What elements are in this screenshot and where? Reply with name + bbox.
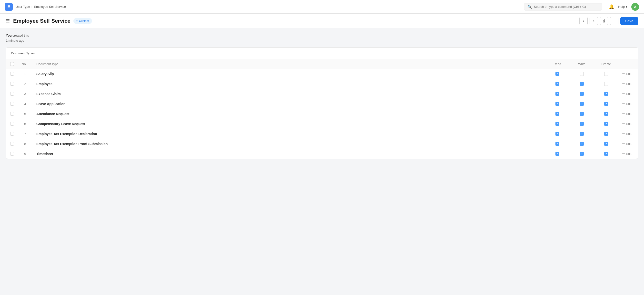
row-edit-button-8[interactable]: ✏ Edit (622, 142, 634, 146)
row-write-checkbox-1[interactable] (580, 72, 584, 76)
row-read-checkbox-5[interactable] (556, 112, 559, 116)
table-header-row: No. Document Type Read Write Create (6, 59, 638, 69)
prev-button[interactable]: ‹ (579, 17, 588, 25)
row-edit-button-5[interactable]: ✏ Edit (622, 112, 634, 116)
col-write: Write (570, 59, 594, 69)
created-text: created this (12, 34, 29, 37)
row-select-checkbox-2[interactable] (10, 82, 14, 86)
edit-icon: ✏ (622, 72, 625, 76)
row-edit-button-1[interactable]: ✏ Edit (622, 72, 634, 76)
custom-badge: Custom (74, 18, 92, 24)
search-box[interactable]: 🔍 (524, 3, 602, 10)
row-edit-button-3[interactable]: ✏ Edit (622, 92, 634, 96)
row-create-checkbox-8[interactable] (604, 142, 608, 146)
row-write-checkbox-8[interactable] (580, 142, 584, 146)
row-document-type: Compensatory Leave Request (32, 119, 545, 129)
topnav: E User Type › Employee Self Service 🔍 🔔 … (0, 0, 644, 14)
breadcrumb-user-type[interactable]: User Type (16, 5, 30, 8)
row-create-checkbox-6[interactable] (604, 122, 608, 126)
help-button[interactable]: Help ▾ (618, 5, 628, 8)
created-info: You created this 1 minute ago (6, 33, 638, 43)
row-select-checkbox-4[interactable] (10, 102, 14, 106)
table-row: 2Employee✏ Edit (6, 79, 638, 89)
avatar[interactable]: A (631, 3, 639, 11)
edit-icon: ✏ (622, 152, 625, 156)
row-edit-button-4[interactable]: ✏ Edit (622, 102, 634, 106)
row-select-checkbox-1[interactable] (10, 72, 14, 76)
table-body: 1Salary Slip✏ Edit2Employee✏ Edit3Expens… (6, 69, 638, 159)
next-button[interactable]: › (590, 17, 598, 25)
col-create: Create (594, 59, 618, 69)
col-read: Read (545, 59, 570, 69)
row-create-checkbox-2[interactable] (604, 82, 608, 86)
row-write-checkbox-6[interactable] (580, 122, 584, 126)
row-edit-button-9[interactable]: ✏ Edit (622, 152, 634, 156)
row-read-checkbox-8[interactable] (556, 142, 559, 146)
row-select-checkbox-6[interactable] (10, 122, 14, 126)
row-select-checkbox-9[interactable] (10, 152, 14, 156)
edit-icon: ✏ (622, 112, 625, 116)
page-header: ☰ Employee Self Service Custom ‹ › 🖨 ···… (0, 14, 644, 28)
app-logo[interactable]: E (5, 3, 13, 11)
table-row: 9Timesheet✏ Edit (6, 149, 638, 159)
row-select-checkbox-3[interactable] (10, 92, 14, 96)
row-number: 7 (18, 129, 32, 139)
table-row: 7Employee Tax Exemption Declaration✏ Edi… (6, 129, 638, 139)
row-edit-button-2[interactable]: ✏ Edit (622, 82, 634, 86)
row-number: 3 (18, 89, 32, 99)
row-create-checkbox-3[interactable] (604, 92, 608, 96)
row-read-checkbox-1[interactable] (556, 72, 559, 76)
menu-icon[interactable]: ☰ (6, 18, 10, 24)
select-all-checkbox[interactable] (10, 62, 14, 66)
row-read-checkbox-9[interactable] (556, 152, 559, 156)
table-row: 6Compensatory Leave Request✏ Edit (6, 119, 638, 129)
document-types-card: Document Types No. Document Type Read Wr… (6, 47, 638, 159)
search-input[interactable] (534, 5, 598, 8)
notification-bell-icon[interactable]: 🔔 (609, 4, 614, 9)
row-create-checkbox-1[interactable] (604, 72, 608, 76)
row-write-checkbox-2[interactable] (580, 82, 584, 86)
row-read-checkbox-4[interactable] (556, 102, 559, 106)
row-document-type: Expense Claim (32, 89, 545, 99)
row-write-checkbox-4[interactable] (580, 102, 584, 106)
header-actions: ‹ › 🖨 ··· Save (579, 17, 638, 25)
breadcrumb-employee-self-service[interactable]: Employee Self Service (34, 5, 66, 8)
row-read-checkbox-7[interactable] (556, 132, 559, 136)
breadcrumb: User Type › Employee Self Service (16, 5, 66, 8)
help-chevron-icon: ▾ (626, 5, 628, 8)
row-select-checkbox-8[interactable] (10, 142, 14, 146)
row-write-checkbox-3[interactable] (580, 92, 584, 96)
row-document-type: Employee Tax Exemption Declaration (32, 129, 545, 139)
select-all-header (6, 59, 18, 69)
print-button[interactable]: 🖨 (600, 17, 608, 25)
row-create-checkbox-5[interactable] (604, 112, 608, 116)
row-number: 8 (18, 139, 32, 149)
save-button[interactable]: Save (620, 17, 638, 25)
row-create-checkbox-9[interactable] (604, 152, 608, 156)
row-select-checkbox-5[interactable] (10, 112, 14, 116)
row-number: 2 (18, 79, 32, 89)
row-create-checkbox-4[interactable] (604, 102, 608, 106)
row-edit-button-7[interactable]: ✏ Edit (622, 132, 634, 136)
row-write-checkbox-7[interactable] (580, 132, 584, 136)
row-create-checkbox-7[interactable] (604, 132, 608, 136)
row-number: 9 (18, 149, 32, 159)
row-write-checkbox-9[interactable] (580, 152, 584, 156)
row-edit-button-6[interactable]: ✏ Edit (622, 122, 634, 126)
more-options-button[interactable]: ··· (610, 17, 618, 25)
row-document-type: Salary Slip (32, 69, 545, 79)
table-row: 3Expense Claim✏ Edit (6, 89, 638, 99)
row-read-checkbox-6[interactable] (556, 122, 559, 126)
row-select-checkbox-7[interactable] (10, 132, 14, 136)
row-read-checkbox-2[interactable] (556, 82, 559, 86)
row-number: 5 (18, 109, 32, 119)
content: You created this 1 minute ago Document T… (0, 28, 644, 164)
edit-icon: ✏ (622, 132, 625, 136)
row-read-checkbox-3[interactable] (556, 92, 559, 96)
created-you: You (6, 34, 12, 37)
edit-icon: ✏ (622, 142, 625, 146)
col-no: No. (18, 59, 32, 69)
topnav-right: 🔔 Help ▾ A (609, 3, 639, 11)
row-write-checkbox-5[interactable] (580, 112, 584, 116)
table-section-title: Document Types (6, 47, 638, 59)
